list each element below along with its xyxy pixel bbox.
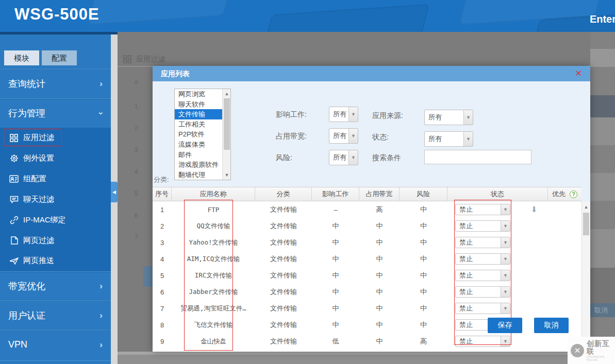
status-filter-select[interactable]: 所有 ▼ [424,131,473,147]
table-header: 序号应用名称分类影响工作占用带宽风险状态优先? [153,187,581,201]
sidebar-item-bandwidth-opt[interactable]: 带宽优化› [0,271,111,301]
cell-bandwidth: 中 [359,287,400,297]
scrollbar-thumb[interactable] [224,98,230,150]
cell-risk: 中 [400,221,447,231]
cell-app-name: IRC文件传输 [172,271,255,280]
cell-impact: 中 [312,238,359,247]
bg-row-number: 1 [130,102,142,110]
table-scrollbar[interactable]: ▲ ▼ [581,201,590,350]
status-select[interactable]: 禁止▼ [455,237,510,248]
status-select[interactable]: 禁止▼ [455,220,510,232]
source-filter-select[interactable]: 所有 ▼ [424,110,473,125]
sidebar-item-label: VPN [8,339,27,350]
sidebar-collapse-handle[interactable]: ◀ [111,182,118,202]
move-down-icon[interactable]: ⬇ [529,205,539,214]
chevron-down-icon: ▼ [501,303,510,314]
sidebar-item-app-filter[interactable]: 应用过滤 [0,128,111,148]
sidebar-item-exception-settings[interactable]: 例外设置 [0,148,111,169]
scroll-up-icon[interactable]: ▲ [582,203,590,211]
scrollbar-thumb[interactable] [583,213,589,235]
sidebar-item-query-stats[interactable]: 查询统计› [0,69,111,98]
close-icon[interactable]: ✕ [575,68,582,79]
sidebar-item-user-auth[interactable]: 用户认证› [0,301,111,330]
save-button[interactable]: 保存 [488,318,522,333]
status-select[interactable]: 禁止▼ [455,303,510,314]
cell-bandwidth: 中 [359,221,400,231]
enter-link[interactable]: Enter [590,13,615,25]
sidebar-menu: 查询统计›行为管理›应用过滤例外设置组配置聊天过滤IP-MAC绑定网页过滤网页推… [0,69,111,359]
status-select[interactable]: 禁止▼ [455,204,510,215]
sidebar-item-chat-filter[interactable]: 聊天过滤 [0,189,111,210]
impact-filter-label: 影响工作: [276,110,307,119]
table-row: 3Yahoo!文件传输文件传输中中中禁止▼ [153,234,581,251]
chevron-right-icon: › [99,310,103,321]
row-index: 8 [153,321,172,329]
sidebar-item-behavior-mgmt[interactable]: 行为管理› [0,98,111,128]
cancel-button[interactable]: 取消 [534,318,569,333]
row-index: 3 [153,239,172,247]
category-label: 分类: [154,175,169,184]
status-select[interactable]: 禁止▼ [455,253,510,265]
cell-app-name: Jabber文件传输 [172,288,255,297]
risk-filter-select[interactable]: 所有 ▼ [329,150,358,165]
cell-category: 文件传输 [255,271,312,280]
idcard-icon [9,175,19,184]
tab-config[interactable]: 配置 [42,50,77,65]
watermark-subtext: CHUANGXIN HULIAN [587,355,615,361]
chevron-down-icon: › [96,112,106,115]
bg-stripe [590,268,615,303]
sidebar-item-vpn[interactable]: VPN› [0,330,111,359]
scroll-up-icon[interactable]: ▲ [223,90,231,97]
sidebar-item-ip-mac-binding[interactable]: IP-MAC绑定 [0,210,111,230]
cell-impact: 中 [312,221,359,231]
cell-app-name: FTP [172,206,255,214]
dialog-title: 应用列表 [161,70,190,78]
sidebar-item-label: 行为管理 [8,107,45,119]
cell-category: 文件传输 [255,238,312,247]
table-row: 4AIM,ICQ文件传输文件传输中中中禁止▼ [153,251,581,267]
bg-row-number: 5 [130,189,142,197]
status-select[interactable]: 禁止▼ [455,336,510,347]
watermark: ✕ 创新互联 CHUANGXIN HULIAN [568,337,615,364]
impact-filter-select[interactable]: 所有 ▼ [329,107,358,122]
cell-category: 文件传输 [255,221,312,231]
sidebar-item-web-filter[interactable]: 网页过滤 [0,230,111,251]
cell-category: 文件传输 [255,320,312,330]
chat-icon [9,195,19,204]
cell-app-name: AIM,ICQ文件传输 [172,255,255,264]
search-input[interactable] [424,150,531,164]
row-index: 5 [153,272,172,280]
cell-impact: – [312,206,359,214]
bg-stripe [590,229,615,268]
listbox-scrollbar[interactable]: ▲ ▼ [222,89,230,180]
sidebar-item-web-push[interactable]: 网页推送 [0,251,111,271]
cell-risk: 中 [400,320,447,330]
chevron-right-icon: › [99,79,103,89]
cell-app-name: 飞信文件传输 [172,321,255,330]
bg-row-number: 3 [130,146,142,153]
help-icon[interactable]: ? [570,190,577,198]
chevron-down-icon: ▼ [348,150,358,165]
table-row: 2QQ文件传输文件传输中中中禁止▼ [153,218,581,234]
category-listbox[interactable]: 网页浏览聊天软件文件传输工作相关P2P软件流媒体类邮件游戏股票软件翻墙代理 ▲ … [174,89,231,180]
chevron-down-icon: ▼ [501,336,510,346]
watermark-logo-icon: ✕ [571,344,584,357]
sidebar-item-label: 应用过滤 [23,133,54,143]
bg-bottom-band [118,352,615,364]
bandwidth-filter-select[interactable]: 所有 ▼ [329,128,358,144]
bg-table-header [590,95,615,117]
cell-app-name: QQ文件传输 [172,222,255,231]
table-row: 1FTP文件传输–高中禁止▼⬇ [153,201,581,218]
bg-row-number: 4 [130,168,142,176]
chevron-right-icon: › [99,340,103,350]
cell-app-name: 贸易通,淘宝旺旺文件… [172,304,255,313]
status-select[interactable]: 禁止▼ [455,286,510,298]
status-select[interactable]: 禁止▼ [455,270,510,281]
bg-stripe [590,117,615,145]
scroll-down-icon[interactable]: ▼ [223,171,231,179]
sidebar-item-group-config[interactable]: 组配置 [0,169,111,189]
tab-module[interactable]: 模块 [4,50,39,65]
chevron-down-icon: ▼ [501,237,510,248]
sidebar-item-label: 聊天过滤 [23,195,54,204]
cell-risk: 中 [400,254,447,264]
